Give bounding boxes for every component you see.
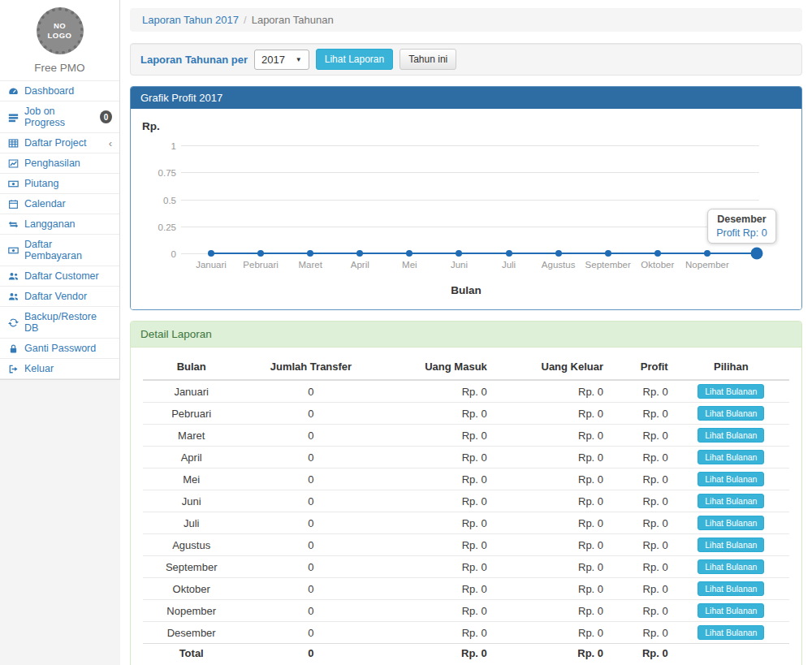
tasks-icon	[7, 111, 19, 123]
data-point-januari[interactable]	[208, 250, 214, 257]
column-header-uang-masuk: Uang Masuk	[382, 354, 492, 380]
sidebar-item-label: Daftar Project	[24, 137, 86, 149]
sidebar-item-label: Keluar	[24, 363, 54, 374]
sidebar-item-label: Dashboard	[24, 85, 74, 97]
y-tick-label: 0	[144, 249, 176, 259]
year-select[interactable]: 2017 ▼	[254, 50, 309, 70]
data-point-nopember[interactable]	[704, 250, 710, 257]
table-row: Desember0Rp. 0Rp. 0Rp. 0Lihat Bulanan	[143, 622, 789, 644]
sidebar-item-keluar[interactable]: Keluar	[0, 358, 119, 379]
data-point-pebruari[interactable]	[257, 250, 264, 257]
lihat-bulanan-button[interactable]: Lihat Bulanan	[698, 428, 764, 443]
sidebar-item-job-on-progress[interactable]: Job on Progress0	[0, 101, 119, 132]
cell-uang-keluar: Rp. 0	[492, 469, 608, 490]
sidebar-item-langganan[interactable]: Langganan	[0, 214, 119, 234]
lock-icon	[7, 343, 19, 354]
breadcrumb-link-laporan-tahun[interactable]: Laporan Tahun 2017	[142, 14, 239, 26]
sidebar-item-dashboard[interactable]: Dashboard	[0, 80, 119, 101]
x-tick-label: Pebruari	[243, 260, 278, 270]
lihat-bulanan-button[interactable]: Lihat Bulanan	[698, 494, 764, 508]
sidebar-item-calendar[interactable]: Calendar	[0, 193, 119, 214]
cell-bulan: Juli	[143, 512, 240, 534]
lihat-bulanan-button[interactable]: Lihat Bulanan	[698, 625, 764, 640]
cell-uang-masuk: Rp. 0	[382, 403, 492, 425]
lihat-bulanan-button[interactable]: Lihat Bulanan	[698, 406, 764, 421]
sidebar-item-piutang[interactable]: Piutang	[0, 173, 119, 193]
main-content: Laporan Tahun 2017/Laporan Tahunan Lapor…	[120, 0, 812, 665]
cell-bulan: Agustus	[143, 534, 240, 556]
total-bulan: Total	[143, 644, 240, 663]
sidebar-item-daftar-pembayaran[interactable]: Daftar Pembayaran	[0, 234, 119, 266]
table-row: Maret0Rp. 0Rp. 0Rp. 0Lihat Bulanan	[143, 425, 789, 447]
cell-pilihan: Lihat Bulanan	[673, 469, 789, 490]
cell-pilihan: Lihat Bulanan	[673, 600, 789, 622]
data-point-desember[interactable]	[751, 248, 763, 260]
table-row: Pebruari0Rp. 0Rp. 0Rp. 0Lihat Bulanan	[143, 403, 789, 425]
lihat-bulanan-button[interactable]: Lihat Bulanan	[698, 450, 764, 464]
lihat-bulanan-button[interactable]: Lihat Bulanan	[698, 538, 764, 552]
sidebar-item-daftar-project[interactable]: Daftar Project‹	[0, 132, 119, 153]
chevron-left-icon: ‹	[109, 138, 112, 149]
data-point-september[interactable]	[605, 250, 611, 257]
sidebar-item-label: Daftar Customer	[24, 270, 99, 282]
sidebar-item-ganti-password[interactable]: Ganti Password	[0, 338, 119, 358]
detail-report-panel: Detail Laporan BulanJumlah TransferUang …	[130, 321, 802, 665]
cell-uang-keluar: Rp. 0	[492, 380, 608, 403]
report-panel-body: BulanJumlah TransferUang MasukUang Kelua…	[131, 348, 801, 665]
cell-pilihan: Lihat Bulanan	[673, 447, 789, 469]
data-point-april[interactable]	[356, 250, 363, 257]
cell-uang-keluar: Rp. 0	[492, 600, 608, 622]
app-name: Free PMO	[0, 62, 119, 74]
sidebar-item-label: Piutang	[24, 178, 58, 189]
lihat-laporan-button[interactable]: Lihat Laporan	[316, 49, 393, 70]
cell-bulan: April	[143, 447, 240, 469]
y-tick-label: 0.75	[144, 168, 176, 178]
sidebar-item-daftar-customer[interactable]: Daftar Customer	[0, 266, 119, 286]
y-axis-title: Rp.	[142, 120, 790, 132]
sidebar-item-penghasilan[interactable]: Penghasilan	[0, 153, 119, 173]
lihat-bulanan-button[interactable]: Lihat Bulanan	[698, 472, 764, 486]
data-point-agustus[interactable]	[555, 250, 562, 257]
data-point-oktober[interactable]	[654, 250, 661, 257]
cell-jumlah-transfer: 0	[240, 380, 382, 403]
cell-bulan: Oktober	[143, 578, 240, 600]
retweet-icon	[7, 218, 19, 230]
cell-bulan: Nopember	[143, 600, 240, 622]
cell-pilihan: Lihat Bulanan	[673, 534, 789, 556]
cell-pilihan: Lihat Bulanan	[673, 403, 789, 425]
logo-text: NO LOGO	[46, 21, 74, 41]
data-point-juli[interactable]	[506, 250, 512, 257]
x-tick-label: Nopember	[685, 260, 729, 270]
cell-pilihan: Lihat Bulanan	[673, 490, 789, 512]
lihat-bulanan-button[interactable]: Lihat Bulanan	[698, 516, 764, 530]
cell-profit: Rp. 0	[608, 556, 673, 578]
cell-uang-keluar: Rp. 0	[492, 622, 608, 644]
cell-bulan: Juni	[143, 490, 240, 512]
cell-profit: Rp. 0	[608, 490, 673, 512]
tahun-ini-button[interactable]: Tahun ini	[400, 49, 456, 70]
x-tick-label: Oktober	[641, 260, 674, 270]
lihat-bulanan-button[interactable]: Lihat Bulanan	[698, 559, 764, 574]
sidebar-item-daftar-vendor[interactable]: Daftar Vendor	[0, 286, 119, 306]
lihat-bulanan-button[interactable]: Lihat Bulanan	[698, 384, 764, 399]
data-point-maret[interactable]	[307, 250, 313, 257]
data-point-juni[interactable]	[456, 250, 462, 257]
y-tick-label: 0.5	[144, 196, 176, 205]
cell-pilihan: Lihat Bulanan	[673, 556, 789, 578]
app-logo: NO LOGO	[37, 7, 84, 54]
column-header-bulan: Bulan	[143, 354, 240, 380]
users-icon	[7, 270, 19, 282]
y-tick-label: 0.25	[144, 222, 176, 232]
cell-jumlah-transfer: 0	[240, 403, 382, 425]
cell-jumlah-transfer: 0	[240, 556, 382, 578]
refresh-icon	[7, 317, 19, 328]
breadcrumb-separator: /	[244, 14, 247, 26]
lihat-bulanan-button[interactable]: Lihat Bulanan	[698, 603, 764, 618]
lihat-bulanan-button[interactable]: Lihat Bulanan	[698, 581, 764, 596]
money-icon	[7, 244, 19, 256]
cell-uang-keluar: Rp. 0	[492, 512, 608, 534]
sidebar-item-backup-restore-db[interactable]: Backup/Restore DB	[0, 306, 119, 338]
data-point-mei[interactable]	[406, 250, 412, 257]
cell-pilihan: Lihat Bulanan	[673, 512, 789, 534]
cell-jumlah-transfer: 0	[240, 512, 382, 534]
